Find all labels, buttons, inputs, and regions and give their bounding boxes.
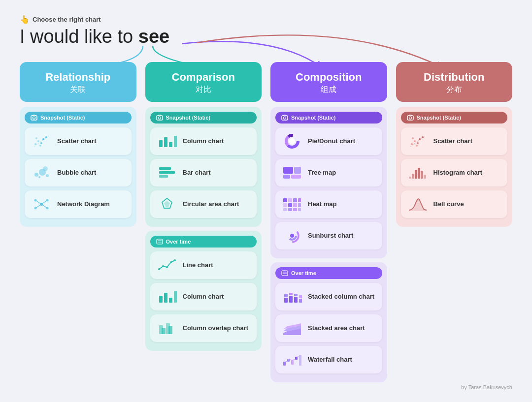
bar-chart-label: Bar chart [183,169,211,177]
svg-rect-69 [293,203,297,207]
distribution-title-en: Distribution [402,71,507,84]
column-overlap-chart-card[interactable]: Column overlap chart [150,314,257,342]
svg-rect-113 [424,175,426,179]
svg-rect-68 [288,203,292,207]
svg-rect-52 [168,326,172,334]
treemap-icon [281,164,303,182]
header-tag-text: Choose the right chart [33,16,101,23]
column-composition: Composition 组成 Snapshot (Static) Pie/Don… [270,62,387,386]
svg-rect-29 [164,137,167,147]
composition-snapshot-group: Snapshot (Static) Pie/Donut chart Tree m… [270,107,387,258]
svg-point-12 [46,174,49,177]
treemap-chart-card[interactable]: Tree map [275,159,382,186]
svg-rect-28 [159,140,163,147]
line-chart-card[interactable]: Line chart [150,251,257,279]
svg-marker-36 [164,201,170,207]
svg-rect-88 [299,295,302,298]
svg-rect-66 [298,198,301,202]
histogram-chart-card[interactable]: Histogram chart [401,159,508,186]
relationship-header: Relationship 关联 [20,62,136,102]
circular-area-chart-label: Circular area chart [183,200,239,209]
thumb-icon: 👆 [20,15,30,24]
scatter-chart-card-rel[interactable]: Scatter chart [25,127,132,155]
svg-rect-46 [164,293,167,303]
svg-point-41 [162,265,164,267]
distribution-snapshot-label: Snapshot (Static) [401,112,508,124]
scatter-chart-label-dist: Scatter chart [433,137,472,146]
svg-point-8 [35,137,37,139]
stacked-area-icon [281,319,303,337]
column-chart-card-cmp2[interactable]: Column chart [150,283,257,310]
svg-rect-86 [294,294,298,296]
svg-rect-60 [294,167,301,174]
column-chart-card-cmp[interactable]: Column chart [150,127,257,155]
comparison-title-cn: 对比 [151,85,256,95]
svg-rect-82 [284,294,288,297]
bell-curve-card[interactable]: Bell curve [401,190,508,218]
snapshot-icon-3 [281,114,288,121]
scatter-chart-card-dist[interactable]: Scatter chart [401,127,508,155]
svg-point-105 [416,145,418,147]
svg-point-99 [409,117,411,119]
svg-rect-112 [421,171,423,179]
scatter-chart-label-rel: Scatter chart [57,137,96,146]
stacked-area-chart-card[interactable]: Stacked area chart [275,314,382,342]
comparison-snapshot-group: Snapshot (Static) Column chart Bar chart [145,107,262,227]
sunburst-chart-label: Sunburst chart [308,232,353,240]
page: 👆 Choose the right chart I would like to… [0,0,532,396]
circular-area-chart-card[interactable]: Circular area chart [150,190,257,218]
svg-rect-98 [407,116,413,120]
sunburst-chart-card[interactable]: Sunburst chart [275,222,382,249]
stacked-column-chart-card[interactable]: Stacked column chart [275,283,382,310]
svg-point-1 [33,117,35,119]
histogram-icon [407,164,429,182]
svg-rect-71 [283,208,287,211]
svg-rect-83 [289,296,293,303]
donut-chart-card[interactable]: Pie/Donut chart [275,127,382,155]
svg-rect-84 [289,293,293,295]
overtime-icon [156,238,163,245]
svg-point-3 [37,140,39,142]
svg-rect-110 [415,170,417,179]
composition-overtime-label: Over time [275,267,382,279]
comparison-overtime-group: Over time Line chart Column chart [145,231,262,351]
title-highlight: see [138,26,169,47]
composition-overtime-text: Over time [291,270,316,276]
svg-point-106 [412,137,414,139]
composition-title-cn: 组成 [276,85,381,95]
network-icon [31,195,52,213]
relationship-snapshot-label: Snapshot (Static) [25,112,132,124]
distribution-snapshot-group: Snapshot (Static) Scatter chart Histogra… [396,107,513,227]
svg-rect-62 [291,175,301,179]
svg-rect-64 [288,198,292,202]
svg-rect-109 [412,174,414,179]
bell-curve-icon [407,195,429,213]
heatmap-chart-card[interactable]: Heat map [275,190,382,218]
column-icon-cmp2 [156,288,178,306]
donut-icon [281,132,303,150]
snapshot-icon-2 [156,114,163,121]
svg-point-102 [417,142,419,144]
svg-rect-65 [293,198,297,202]
comparison-snapshot-text: Snapshot (Static) [166,115,210,121]
waterfall-chart-card[interactable]: Waterfall chart [275,346,382,373]
svg-line-95 [290,359,291,360]
column-chart-label-cmp2: Column chart [183,293,224,301]
svg-rect-47 [169,298,172,303]
composition-overtime-group: Over time Stacked column chart Stacked a… [270,262,387,382]
comparison-title-en: Comparison [151,71,256,84]
bubble-chart-label: Bubble chart [57,169,96,177]
svg-point-44 [174,259,176,261]
column-overlap-icon [156,319,178,337]
bar-chart-card[interactable]: Bar chart [150,159,257,186]
treemap-chart-label: Tree map [308,169,336,177]
network-chart-card[interactable]: Network Diagram [25,190,132,218]
svg-point-40 [158,268,160,270]
svg-rect-81 [284,298,288,303]
composition-snapshot-label: Snapshot (Static) [275,112,382,124]
svg-rect-111 [418,168,420,179]
stacked-column-icon [281,288,303,306]
bubble-chart-card[interactable]: Bubble chart [25,159,132,186]
svg-rect-37 [157,239,163,244]
svg-point-43 [170,261,172,263]
